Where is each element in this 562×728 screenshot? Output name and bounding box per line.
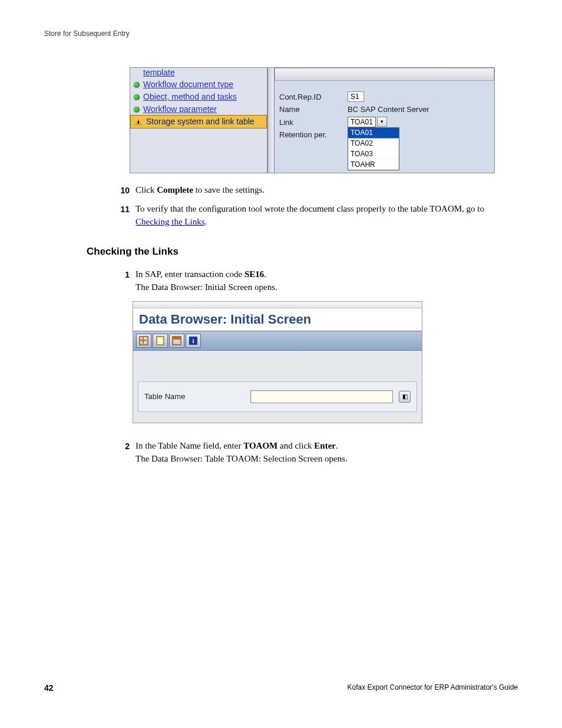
toolbar-table2-button[interactable]	[169, 334, 184, 348]
step-bold: SE16	[244, 269, 264, 279]
toolbar-create-button[interactable]	[153, 334, 168, 348]
step-text: To verify that the configuration tool wr…	[135, 204, 484, 213]
toolbar-info-button[interactable]: i	[186, 334, 201, 348]
table-name-form: Table Name ◧	[138, 381, 417, 412]
dropdown-option[interactable]: TOAHR	[348, 160, 399, 170]
section-heading-checking-links: Checking the Links	[87, 246, 518, 258]
step-text: .	[264, 269, 266, 279]
cont-rep-id-label: Cont.Rep.ID	[279, 93, 348, 101]
tree-item-workflow-doc-type[interactable]: Workflow document type	[130, 78, 267, 91]
name-label: Name	[279, 105, 348, 114]
step-number: 2	[112, 440, 135, 466]
step-text: In SAP, enter transaction code	[135, 269, 244, 279]
grid-icon	[139, 336, 148, 345]
green-dot-icon	[134, 94, 140, 100]
wizard-tree-panel: template Workflow document type Object, …	[130, 68, 267, 173]
dropdown-option[interactable]: TOA01	[348, 128, 399, 139]
step-1: 1 In SAP, enter transaction code SE16. T…	[112, 268, 518, 294]
dropdown-icon[interactable]: ▾	[377, 117, 387, 127]
retention-label: Retention per.	[279, 130, 348, 139]
page-header: Store for Subsequent Entry	[44, 29, 518, 38]
link-input[interactable]: TOA01	[348, 117, 376, 127]
tree-label: Workflow parameter	[143, 104, 217, 114]
table-name-input[interactable]	[250, 390, 393, 403]
tree-label: Workflow document type	[143, 80, 233, 90]
dropdown-option[interactable]: TOA02	[348, 139, 399, 149]
page-number: 42	[44, 683, 54, 693]
step-11: 11 To verify that the configuration tool…	[112, 203, 518, 229]
document-title: Kofax Export Connector for ERP Administr…	[347, 683, 518, 693]
table-icon	[172, 336, 181, 345]
step-text: The Data Browser: Initial Screen opens.	[135, 282, 277, 292]
step-2: 2 In the Table Name field, enter TOAOM a…	[112, 440, 518, 466]
warning-triangle-icon	[134, 118, 143, 126]
toolbar-table-button[interactable]	[136, 334, 151, 348]
f4-help-button[interactable]: ◧	[399, 391, 411, 403]
step-bold: Enter	[314, 441, 336, 450]
step-10: 10 Click Complete to save the settings.	[112, 184, 518, 197]
step-text: .	[204, 217, 207, 226]
toolbar: i	[133, 331, 422, 351]
step-bold: Complete	[157, 185, 193, 195]
wizard-form-panel: Cont.Rep.ID S1 Name BC SAP Content Serve…	[275, 68, 494, 173]
step-text: .	[336, 441, 338, 450]
step-text: In the Table Name field, enter	[135, 441, 243, 450]
step-text: Click	[135, 185, 157, 195]
name-value: BC SAP Content Server	[348, 105, 429, 114]
link-dropdown-list[interactable]: TOA01 TOA02 TOA03 TOAHR	[348, 127, 399, 170]
step-text: The Data Browser: Table TOAOM: Selection…	[135, 454, 348, 463]
tree-item-object-method-tasks[interactable]: Object, method and tasks	[130, 91, 267, 103]
tree-label: Object, method and tasks	[143, 92, 237, 102]
page-icon	[156, 336, 164, 345]
sap-data-browser-screenshot: Data Browser: Initial Screen i Table Nam…	[133, 301, 422, 423]
screen-title: Data Browser: Initial Screen	[133, 308, 422, 331]
table-name-label: Table Name	[144, 392, 244, 401]
step-number: 11	[112, 203, 135, 229]
step-text: to save the settings.	[193, 185, 265, 195]
step-text: and click	[277, 441, 314, 450]
tree-item-workflow-parameter[interactable]: Workflow parameter	[130, 103, 267, 116]
sap-wizard-screenshot: template Workflow document type Object, …	[130, 67, 495, 173]
green-dot-icon	[134, 107, 140, 113]
page-footer: 42 Kofax Export Connector for ERP Admini…	[44, 683, 518, 693]
cont-rep-id-input[interactable]: S1	[348, 91, 364, 102]
f4-icon: ◧	[402, 393, 408, 400]
checking-links-link[interactable]: Checking the Links	[135, 217, 204, 226]
step-bold: TOAOM	[243, 441, 277, 450]
green-dot-icon	[134, 82, 140, 88]
info-icon: i	[189, 337, 197, 345]
vertical-scrollbar[interactable]	[267, 68, 275, 173]
tree-label: Storage system and link table	[146, 117, 254, 127]
tree-item-template[interactable]: template	[130, 68, 267, 78]
tree-item-storage-link-table[interactable]: Storage system and link table	[130, 115, 267, 129]
step-number: 1	[112, 268, 135, 294]
form-toolbar	[275, 68, 494, 81]
dropdown-option[interactable]: TOA03	[348, 149, 399, 160]
link-label: Link	[279, 118, 348, 127]
step-number: 10	[112, 184, 135, 197]
